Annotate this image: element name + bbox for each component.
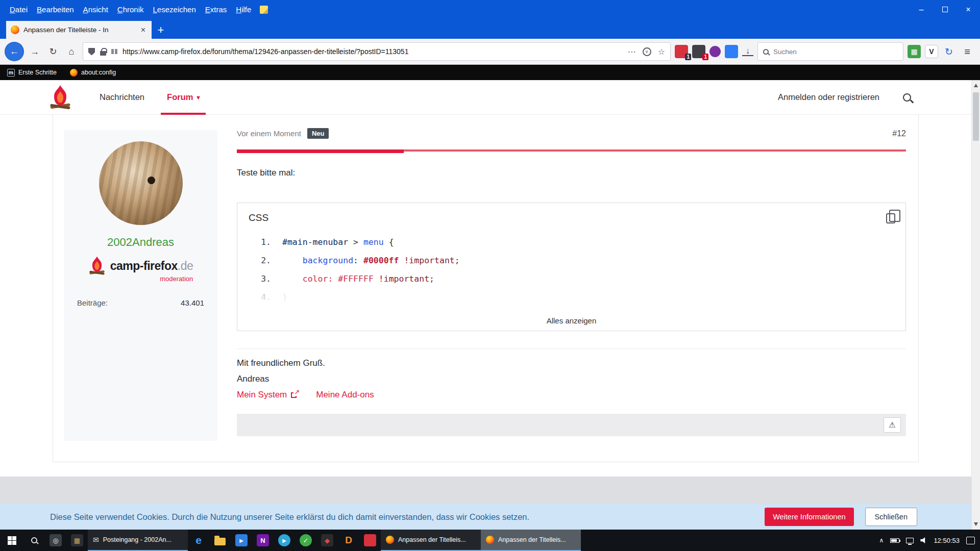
menu-chronik[interactable]: Chronik xyxy=(113,0,149,19)
scroll-down-icon[interactable] xyxy=(974,522,978,526)
mail-icon: ✉ xyxy=(93,536,99,544)
cookie-message: Diese Seite verwendet Cookies. Durch die… xyxy=(50,512,753,522)
page-actions-icon[interactable]: ⋯ xyxy=(628,47,636,57)
page-content: Nachrichten Forum ▾ Anmelden oder regist… xyxy=(0,80,971,530)
post-number-link[interactable]: #12 xyxy=(892,129,906,138)
task-firefox-button-active[interactable]: Anpassen der Titelleis... xyxy=(481,530,581,551)
extension-notes-icon[interactable]: ▦ xyxy=(908,45,921,58)
new-post-indicator-rest xyxy=(404,149,906,152)
edge-icon[interactable]: e xyxy=(188,530,209,551)
task-mail-button[interactable]: ✉ Posteingang - 2002An... xyxy=(88,530,188,551)
photos-app-icon[interactable]: ▶ xyxy=(231,530,252,551)
home-button[interactable]: ⌂ xyxy=(64,46,79,57)
pinned-app-icon[interactable] xyxy=(359,530,381,551)
task-firefox-button[interactable]: Anpassen der Titelleis... xyxy=(381,530,481,551)
close-button[interactable]: × xyxy=(957,0,980,19)
menu-extras[interactable]: Extras xyxy=(201,0,232,19)
network-icon[interactable] xyxy=(906,538,914,543)
report-post-button[interactable]: ⚠ xyxy=(884,417,901,433)
maximize-button[interactable] xyxy=(933,0,957,19)
username-link[interactable]: 2002Andreas xyxy=(64,236,217,249)
tab-title: Anpassen der Titelleiste - In xyxy=(23,26,135,34)
pinned-app-icon[interactable]: ◆ xyxy=(316,530,338,551)
action-center-icon[interactable] xyxy=(966,537,975,544)
nav-forum[interactable]: Forum ▾ xyxy=(160,80,207,115)
menu-datei[interactable]: Datei xyxy=(5,0,32,19)
mozilla-icon: m xyxy=(7,69,15,77)
maximize-icon xyxy=(942,7,948,12)
clock[interactable]: 12:50:53 xyxy=(934,537,960,544)
nav-label: Forum xyxy=(167,92,193,102)
nav-nachrichten[interactable]: Nachrichten xyxy=(92,80,152,115)
navigation-toolbar: ← → ↻ ⌂ https://www.camp-firefox.de/foru… xyxy=(0,39,980,65)
user-sidebar: 2002Andreas camp-firefox.de moderation xyxy=(64,130,217,441)
scrollbar[interactable] xyxy=(971,80,980,530)
main-navigation: Nachrichten Forum ▾ xyxy=(92,80,207,115)
tray-expand-icon[interactable]: ∧ xyxy=(879,537,884,544)
file-explorer-icon[interactable] xyxy=(209,530,231,551)
extension-dark-icon[interactable]: 1 xyxy=(692,45,705,58)
scrollbar-thumb[interactable] xyxy=(973,92,979,141)
stat-label: Beiträge: xyxy=(77,298,108,307)
menu-hilfe[interactable]: Hilfe xyxy=(231,0,256,19)
hamburger-menu-icon[interactable]: ≡ xyxy=(960,46,975,58)
url-text[interactable]: https://www.camp-firefox.de/forum/thema/… xyxy=(122,47,623,56)
downloads-icon[interactable]: ↓ xyxy=(742,47,753,56)
pinned-app-icon[interactable]: ◎ xyxy=(45,530,66,551)
menu-ansicht[interactable]: Ansicht xyxy=(79,0,113,19)
note-icon[interactable] xyxy=(260,6,268,14)
meine-addons-link[interactable]: Meine Add-ons xyxy=(316,390,374,400)
minimize-button[interactable]: – xyxy=(910,0,933,19)
reload-button[interactable]: ↻ xyxy=(46,46,60,57)
new-badge: Neu xyxy=(307,128,329,139)
cookie-close-button[interactable]: Schließen xyxy=(865,508,917,526)
post-timestamp[interactable]: Vor einem Moment xyxy=(237,129,301,138)
menu-bearbeiten[interactable]: Bearbeiten xyxy=(32,0,79,19)
onenote-icon[interactable]: N xyxy=(252,530,274,551)
volume-icon[interactable] xyxy=(920,537,927,544)
sync-icon[interactable]: ↻ xyxy=(942,45,955,58)
extension-v-icon[interactable]: V xyxy=(925,45,938,58)
url-bar[interactable]: https://www.camp-firefox.de/forum/thema/… xyxy=(83,42,671,61)
extension-ublock-icon[interactable]: 1 xyxy=(675,45,688,58)
lock-icon[interactable] xyxy=(100,51,106,56)
forward-button[interactable]: → xyxy=(28,46,42,57)
search-input[interactable] xyxy=(773,48,898,56)
tracking-shield-icon[interactable] xyxy=(88,48,95,56)
pinned-app-icon[interactable]: ▦ xyxy=(66,530,88,551)
permissions-icon[interactable] xyxy=(111,49,117,54)
camp-firefox-logo[interactable] xyxy=(48,85,72,110)
taskbar-search-icon[interactable] xyxy=(23,530,45,551)
extension-purple-icon[interactable] xyxy=(709,46,721,57)
code-language-label: CSS xyxy=(249,212,268,223)
camp-firefox-badge-icon xyxy=(88,256,106,276)
login-link[interactable]: Anmelden oder registrieren xyxy=(778,92,879,102)
battery-icon[interactable] xyxy=(890,538,899,543)
start-button[interactable] xyxy=(0,530,23,551)
pocket-icon[interactable]: ∨ xyxy=(643,47,651,56)
menu-lesezeichen[interactable]: Lesezeichen xyxy=(149,0,201,19)
telegram-icon[interactable]: ▶ xyxy=(274,530,295,551)
back-button[interactable]: ← xyxy=(5,42,23,61)
bookmark-label: Erste Schritte xyxy=(18,69,57,76)
user-avatar[interactable] xyxy=(99,141,183,225)
search-bar[interactable] xyxy=(757,42,903,61)
external-link-icon: ↗ xyxy=(291,392,297,398)
code-line: 1. #main-menubar > menu { xyxy=(237,233,905,251)
tab-close-icon[interactable]: × xyxy=(139,26,147,35)
antivirus-icon[interactable]: ✓ xyxy=(295,530,316,551)
mein-system-link[interactable]: Mein System ↗ xyxy=(237,390,297,400)
bookmark-erste-schritte[interactable]: m Erste Schritte xyxy=(7,69,57,77)
scroll-up-icon[interactable] xyxy=(974,84,978,87)
code-line: 2. background : #0000ff !important; xyxy=(237,251,905,269)
bookmark-about-config[interactable]: about:config xyxy=(70,69,116,77)
site-search-icon[interactable] xyxy=(903,93,911,102)
extension-container-icon[interactable] xyxy=(725,45,738,58)
bookmark-star-icon[interactable]: ☆ xyxy=(658,47,665,57)
copy-code-icon[interactable] xyxy=(886,213,895,223)
cookie-info-button[interactable]: Weitere Informationen xyxy=(765,508,853,526)
show-all-link[interactable]: Alles anzeigen xyxy=(237,316,905,325)
browser-tab[interactable]: Anpassen der Titelleiste - In × xyxy=(6,21,152,39)
pinned-app-icon[interactable]: D xyxy=(338,530,359,551)
new-tab-button[interactable]: + xyxy=(152,21,170,39)
